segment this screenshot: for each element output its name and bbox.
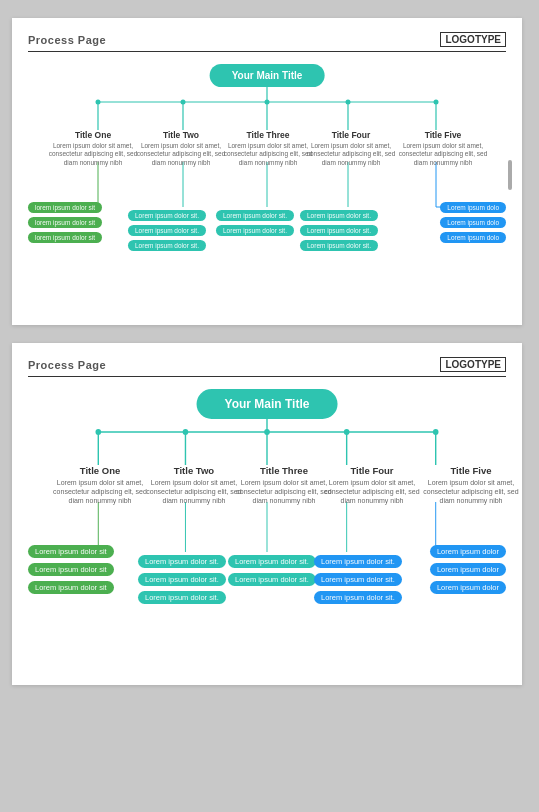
slide-2: Process Page LOGOTYPE	[12, 343, 522, 685]
slide-2-col1: Title One Lorem ipsum dolor sit amet, co…	[50, 465, 150, 505]
slide-2-col3-pills: Lorem ipsum dolor sit. Lorem ipsum dolor…	[228, 555, 316, 586]
slide-1-col4: Title Four Lorem ipsum dolor sit amet, c…	[306, 130, 396, 167]
slide-2-col4-pills: Lorem ipsum dolor sit. Lorem ipsum dolor…	[314, 555, 402, 604]
slide-2-col2-pills: Lorem ipsum dolor sit. Lorem ipsum dolor…	[138, 555, 226, 604]
slide-1-col1: Title One Lorem ipsum dolor sit amet, co…	[48, 130, 138, 167]
slide-2-header: Process Page LOGOTYPE	[28, 357, 506, 377]
slide-1-col3-pills: Lorem ipsum dolor sit. Lorem ipsum dolor…	[216, 210, 294, 236]
svg-point-27	[183, 429, 189, 435]
slide-2-main-title: Your Main Title	[197, 389, 338, 419]
svg-point-11	[434, 100, 439, 105]
slide-1-left-pills: lorem ipsum dolor sit lorem ipsum dolor …	[28, 202, 102, 243]
svg-point-8	[181, 100, 186, 105]
svg-point-28	[264, 429, 270, 435]
slide-1-right-pills: Lorem ipsum dolo Lorem ipsum dolo Lorem …	[440, 202, 506, 243]
slide-2-left-pills: Lorem ipsum dolor sit Lorem ipsum dolor …	[28, 545, 114, 594]
slide-2-col3: Title Three Lorem ipsum dolor sit amet, …	[236, 465, 332, 505]
svg-point-26	[95, 429, 101, 435]
slide-1-connectors	[28, 62, 506, 307]
svg-point-30	[433, 429, 439, 435]
slide-1-title: Process Page	[28, 34, 106, 46]
slide-1-col2: Title Two Lorem ipsum dolor sit amet, co…	[136, 130, 226, 167]
slide-1-header: Process Page LOGOTYPE	[28, 32, 506, 52]
slide-2-connectors	[28, 387, 506, 667]
svg-point-9	[265, 100, 270, 105]
slide-1-main-title: Your Main Title	[210, 64, 325, 87]
slide-2-col4: Title Four Lorem ipsum dolor sit amet, c…	[324, 465, 420, 505]
slide-1-diagram: Your Main Title Title One Lorem ipsum do…	[28, 62, 506, 307]
slide-1: Process Page LOGOTYPE	[12, 18, 522, 325]
slide-2-diagram: Your Main Title Title One Lorem ipsum do…	[28, 387, 506, 667]
slide-2-title: Process Page	[28, 359, 106, 371]
scrollbar[interactable]	[508, 160, 512, 190]
slide-1-col5: Title Five Lorem ipsum dolor sit amet, c…	[393, 130, 493, 167]
slide-2-logotype: LOGOTYPE	[440, 357, 506, 372]
slide-2-col5: Title Five Lorem ipsum dolor sit amet, c…	[416, 465, 526, 505]
slide-1-col3: Title Three Lorem ipsum dolor sit amet, …	[223, 130, 313, 167]
svg-point-7	[96, 100, 101, 105]
slide-1-logotype: LOGOTYPE	[440, 32, 506, 47]
slide-1-col2-pills: Lorem ipsum dolor sit. Lorem ipsum dolor…	[128, 210, 206, 251]
slide-2-col2: Title Two Lorem ipsum dolor sit amet, co…	[144, 465, 244, 505]
svg-point-29	[344, 429, 350, 435]
svg-point-10	[346, 100, 351, 105]
slide-2-right-pills: Lorem ipsum dolor Lorem ipsum dolor Lore…	[430, 545, 506, 594]
slide-1-col4-pills: Lorem ipsum dolor sit. Lorem ipsum dolor…	[300, 210, 378, 251]
